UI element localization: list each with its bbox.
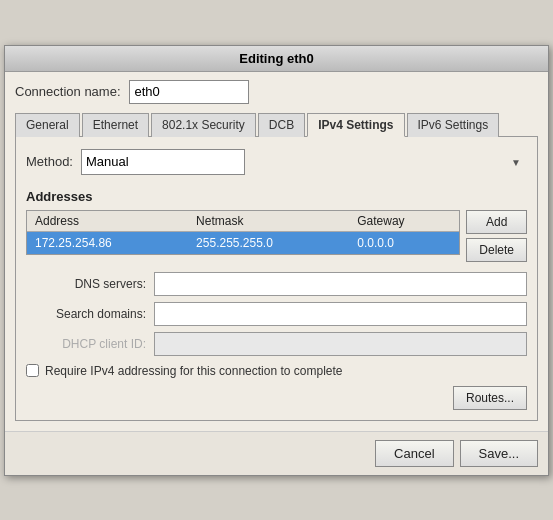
dialog-window: Editing eth0 Connection name: General Et… bbox=[4, 45, 549, 476]
cell-netmask: 255.255.255.0 bbox=[188, 231, 349, 254]
method-select-wrapper: Manual Automatic (DHCP) Link-Local Only … bbox=[81, 149, 527, 175]
window-title: Editing eth0 bbox=[239, 51, 313, 66]
address-table: Address Netmask Gateway 172.25.254.86 25… bbox=[27, 211, 459, 254]
addresses-layout: Address Netmask Gateway 172.25.254.86 25… bbox=[26, 210, 527, 262]
require-ipv4-row: Require IPv4 addressing for this connect… bbox=[26, 364, 527, 378]
method-row: Method: Manual Automatic (DHCP) Link-Loc… bbox=[26, 149, 527, 175]
dialog-content: Connection name: General Ethernet 802.1x… bbox=[5, 72, 548, 431]
tab-ethernet[interactable]: Ethernet bbox=[82, 113, 149, 137]
dns-input[interactable] bbox=[154, 272, 527, 296]
col-netmask: Netmask bbox=[188, 211, 349, 232]
form-rows: DNS servers: Search domains: DHCP client… bbox=[26, 272, 527, 356]
search-row: Search domains: bbox=[26, 302, 527, 326]
tab-content-ipv4: Method: Manual Automatic (DHCP) Link-Loc… bbox=[15, 137, 538, 421]
footer-buttons: Cancel Save... bbox=[5, 431, 548, 475]
tab-general[interactable]: General bbox=[15, 113, 80, 137]
dhcp-label: DHCP client ID: bbox=[26, 337, 146, 351]
connection-name-input[interactable] bbox=[129, 80, 249, 104]
require-ipv4-checkbox[interactable] bbox=[26, 364, 39, 377]
search-label: Search domains: bbox=[26, 307, 146, 321]
tab-dcb[interactable]: DCB bbox=[258, 113, 305, 137]
tab-ipv4-settings[interactable]: IPv4 Settings bbox=[307, 113, 404, 137]
save-button[interactable]: Save... bbox=[460, 440, 538, 467]
table-row[interactable]: 172.25.254.86 255.255.255.0 0.0.0.0 bbox=[27, 231, 459, 254]
routes-row: Routes... bbox=[26, 386, 527, 410]
col-gateway: Gateway bbox=[349, 211, 459, 232]
tab-bar: General Ethernet 802.1x Security DCB IPv… bbox=[15, 112, 538, 137]
dns-label: DNS servers: bbox=[26, 277, 146, 291]
title-bar: Editing eth0 bbox=[5, 46, 548, 72]
require-ipv4-label: Require IPv4 addressing for this connect… bbox=[45, 364, 343, 378]
connection-name-label: Connection name: bbox=[15, 84, 121, 99]
add-button[interactable]: Add bbox=[466, 210, 527, 234]
method-label: Method: bbox=[26, 154, 73, 169]
addresses-table: Address Netmask Gateway 172.25.254.86 25… bbox=[26, 210, 460, 255]
routes-button[interactable]: Routes... bbox=[453, 386, 527, 410]
cell-address: 172.25.254.86 bbox=[27, 231, 188, 254]
addresses-title: Addresses bbox=[26, 189, 527, 204]
dhcp-input bbox=[154, 332, 527, 356]
cell-gateway: 0.0.0.0 bbox=[349, 231, 459, 254]
table-header-row: Address Netmask Gateway bbox=[27, 211, 459, 232]
dns-row: DNS servers: bbox=[26, 272, 527, 296]
tab-ipv6-settings[interactable]: IPv6 Settings bbox=[407, 113, 500, 137]
connection-name-row: Connection name: bbox=[15, 80, 538, 104]
dhcp-row: DHCP client ID: bbox=[26, 332, 527, 356]
col-address: Address bbox=[27, 211, 188, 232]
method-select[interactable]: Manual Automatic (DHCP) Link-Local Only … bbox=[81, 149, 245, 175]
delete-button[interactable]: Delete bbox=[466, 238, 527, 262]
cancel-button[interactable]: Cancel bbox=[375, 440, 453, 467]
address-buttons: Add Delete bbox=[466, 210, 527, 262]
search-input[interactable] bbox=[154, 302, 527, 326]
addresses-section: Addresses Address Netmask Gateway bbox=[26, 189, 527, 262]
tab-8021x-security[interactable]: 802.1x Security bbox=[151, 113, 256, 137]
